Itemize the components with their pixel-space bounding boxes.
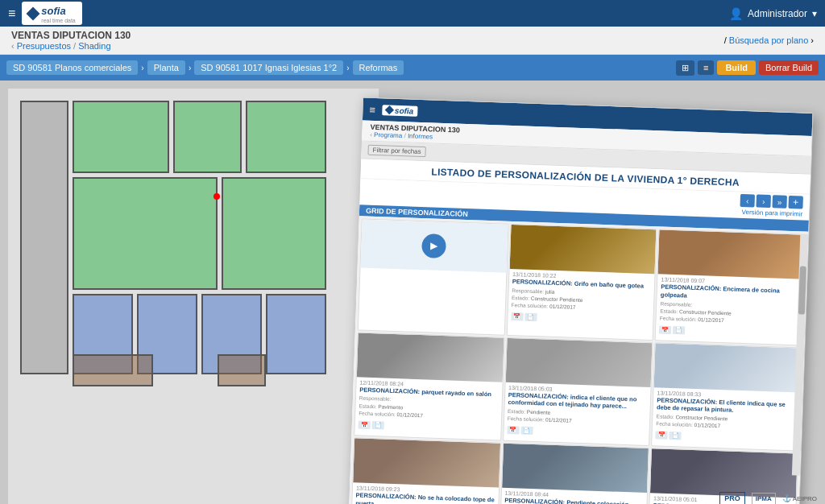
panel-breadcrumb-programa[interactable]: Programa xyxy=(374,131,402,139)
list-item: ▶ xyxy=(358,218,508,335)
separator1: › xyxy=(141,64,143,72)
card-image-1 xyxy=(509,225,656,274)
card-image-5 xyxy=(654,343,801,392)
hamburger-icon[interactable]: ≡ xyxy=(8,6,15,21)
card-body-1: 13/11/2018 10:22 PERSONALIZACIÓN: Grifo … xyxy=(508,269,654,316)
breadcrumb-shading[interactable]: Shading xyxy=(78,41,110,51)
subheader-left: VENTAS DIPUTACION 130 ‹ Presupuestos / S… xyxy=(11,30,131,51)
logo-text: sofia xyxy=(41,5,65,17)
subheader: VENTAS DIPUTACION 130 ‹ Presupuestos / S… xyxy=(0,27,825,55)
card-meta-3: Responsable: Estado: Pavimento Fecha sol… xyxy=(359,395,499,421)
view-icon-btn[interactable]: ⊞ xyxy=(676,60,694,76)
room-bathroom2 xyxy=(173,101,242,173)
logo-box: sofia real time data xyxy=(22,2,81,25)
list-item: 13/11/2018 09:07 PERSONALIZACIÓN: Encime… xyxy=(655,229,806,345)
card-body-2: 13/11/2018 09:07 PERSONALIZACIÓN: Encime… xyxy=(657,274,804,328)
card-image-4 xyxy=(505,338,652,387)
panel-logo-diamond-icon xyxy=(384,105,393,114)
panel-hamburger-icon[interactable]: ≡ xyxy=(369,103,375,115)
room-blue4 xyxy=(266,294,326,374)
dropdown-icon[interactable]: ▾ xyxy=(812,8,817,19)
last-btn[interactable]: » xyxy=(772,195,787,209)
planta-btn[interactable]: Planta xyxy=(147,60,185,75)
card-calendar-btn-2[interactable]: 📅 xyxy=(659,325,671,334)
aeipro-anchor-icon: ⚓ xyxy=(782,494,791,502)
nav-left: ≡ sofia real time data xyxy=(8,2,82,25)
panel-breadcrumb-informes[interactable]: Informes xyxy=(408,132,433,140)
logo-sub: real time data xyxy=(41,18,75,23)
prev-btn[interactable]: ‹ xyxy=(740,194,755,208)
breadcrumb: ‹ Presupuestos / Shading xyxy=(11,41,131,51)
card-doc-btn[interactable]: 📄 xyxy=(524,313,537,322)
search-by-plan-link[interactable]: Búsqueda por plano xyxy=(729,35,808,45)
card-calendar-btn[interactable]: 📅 xyxy=(511,312,523,321)
filter-btn[interactable]: Filtrar por fechas xyxy=(367,145,425,158)
nav-right: 👤 Administrador ▾ xyxy=(729,7,817,20)
list-item: 13/11/2018 10:22 PERSONALIZACIÓN: Grifo … xyxy=(506,224,657,341)
user-icon: 👤 xyxy=(729,7,743,20)
build-btn[interactable]: Build xyxy=(717,60,756,75)
play-card-area[interactable]: ▶ xyxy=(361,219,508,272)
card-calendar-btn-4[interactable]: 📅 xyxy=(507,426,519,435)
main-content: ≡ sofia VENTAS DIPUTACION 130 ‹ Programa… xyxy=(0,81,825,504)
list-icon-btn[interactable]: ≡ xyxy=(698,60,714,75)
card-meta-2: Responsable: Estado: Constructor Pendien… xyxy=(660,300,800,326)
room-left-hall xyxy=(20,101,68,374)
panel-logo-box: sofia xyxy=(382,105,418,117)
card-meta-1: Responsable: julia Estado: Constructor P… xyxy=(512,287,652,313)
overlay-panel: ≡ sofia VENTAS DIPUTACION 130 ‹ Programa… xyxy=(346,97,813,504)
floor-plan xyxy=(8,89,379,504)
page-title: VENTAS DIPUTACION 130 xyxy=(11,30,131,41)
list-item: 13/11/2018 05:03 PERSONALIZACIÓN: indica… xyxy=(503,337,653,447)
card-calendar-btn-5[interactable]: 📅 xyxy=(656,432,668,440)
room-living xyxy=(73,177,218,290)
card-image-6 xyxy=(353,439,500,488)
list-item: 13/11/2018 08:44 PERSONALIZACIÓN: Pendie… xyxy=(499,443,649,504)
card-doc-btn-3[interactable]: 📄 xyxy=(372,421,384,430)
card-body-4: 13/11/2018 05:03 PERSONALIZACIÓN: indica… xyxy=(504,382,651,430)
card-doc-btn-5[interactable]: 📄 xyxy=(670,432,682,440)
breadcrumb-presupuestos[interactable]: Presupuestos xyxy=(17,41,71,51)
floor-plan-inner xyxy=(8,89,379,504)
unit-btn[interactable]: SD 90581 1017 Ignasi Iglesias 1°2 xyxy=(194,60,343,75)
subheader-right: / Búsqueda por plano › xyxy=(724,35,814,45)
main-toolbar: SD 90581 Planos comerciales › Planta › S… xyxy=(0,55,825,81)
next-btn[interactable]: › xyxy=(756,195,771,209)
logo-diamond-icon xyxy=(27,6,40,20)
reformas-btn[interactable]: Reformas xyxy=(353,60,404,75)
play-icon[interactable]: ▶ xyxy=(421,233,446,258)
furniture1 xyxy=(73,354,153,386)
card-calendar-btn-3[interactable]: 📅 xyxy=(359,420,371,429)
card-image-7 xyxy=(502,444,649,493)
card-doc-btn-2[interactable]: 📄 xyxy=(673,326,685,335)
pro-logo: PRO xyxy=(719,492,745,504)
list-item: 13/11/2018 09:23 PERSONALIZACIÓN: No se … xyxy=(350,438,501,504)
logo-text-block: sofia real time data xyxy=(41,3,75,23)
delete-build-btn[interactable]: Borrar Build xyxy=(759,60,819,75)
card-image-2 xyxy=(658,229,805,279)
room-bathroom1 xyxy=(73,101,169,173)
card-doc-btn-4[interactable]: 📄 xyxy=(520,427,533,436)
planes-comerciales-btn[interactable]: SD 90581 Planos comerciales xyxy=(6,60,138,75)
panel-scrollbar-thumb xyxy=(798,266,806,314)
card-body-3: 12/11/2018 08:24 PERSONALIZACIÓN: parque… xyxy=(355,377,502,423)
list-item: 12/11/2018 08:24 PERSONALIZACIÓN: parque… xyxy=(354,332,504,441)
bottom-logos-bar: PRO IPMA ⚓ AEIPRO xyxy=(664,487,825,504)
panel-logo-text: sofia xyxy=(395,105,414,115)
aeipro-logo: ⚓ AEIPRO xyxy=(782,494,817,502)
add-btn[interactable]: + xyxy=(788,196,803,209)
list-item: 13/11/2018 08:33 PERSONALIZACIÓN: El cli… xyxy=(651,342,802,452)
alarm-dot xyxy=(214,193,220,200)
user-label: Administrador xyxy=(748,8,807,19)
room-bedroom1 xyxy=(222,177,326,290)
card-body-5: 13/11/2018 08:33 PERSONALIZACIÓN: El cli… xyxy=(653,387,799,435)
separator2: › xyxy=(189,64,191,72)
furniture2 xyxy=(218,354,266,386)
card-image-3 xyxy=(357,333,504,382)
top-navbar: ≡ sofia real time data 👤 Administrador ▾ xyxy=(0,0,825,27)
panel-grid: ▶ 13/11/2018 10:22 PERSONALIZACIÓN: Grif… xyxy=(348,216,809,504)
room-kitchen xyxy=(246,101,326,173)
ipma-logo: IPMA xyxy=(752,493,776,505)
separator3: › xyxy=(346,64,349,72)
